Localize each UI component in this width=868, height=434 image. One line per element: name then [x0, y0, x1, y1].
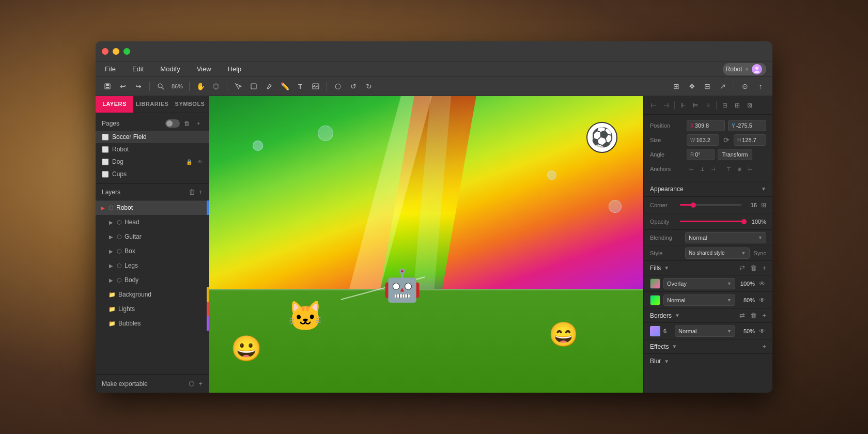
corner-smooth-icon[interactable]: ⊞: [761, 202, 766, 209]
fill-swatch-1[interactable]: [650, 278, 660, 289]
link-proportions-icon[interactable]: ⟳: [722, 136, 731, 144]
position-y-input[interactable]: Y -275.5: [728, 120, 766, 131]
rotate-ccw[interactable]: ↺: [347, 80, 360, 93]
align-tool[interactable]: ⊞: [670, 80, 683, 93]
size-h-input[interactable]: H 128.7: [734, 134, 766, 146]
fill-blend-2[interactable]: Normal ▼: [663, 295, 735, 306]
sync-button[interactable]: Sync: [754, 250, 766, 256]
corner-slider[interactable]: [680, 204, 741, 206]
anchor-mid-bottom[interactable]: ⊢: [746, 164, 755, 174]
anchor-top-right[interactable]: ⊣: [708, 164, 718, 174]
border-blend-1[interactable]: Normal ▼: [675, 326, 735, 337]
layer-guitar[interactable]: ▶ ⬡ Guitar: [96, 229, 209, 244]
fills-add-icon[interactable]: +: [762, 264, 766, 272]
distribute-h-btn[interactable]: ⊟: [719, 100, 731, 111]
align-left-edge-btn[interactable]: ⊩: [677, 100, 689, 111]
menu-edit[interactable]: Edit: [129, 64, 147, 74]
hand-tool[interactable]: ✋: [194, 80, 207, 93]
page-item-cups[interactable]: ⬜ Cups: [96, 168, 209, 180]
blur-arrow[interactable]: ▼: [664, 359, 669, 364]
maximize-button[interactable]: [123, 48, 130, 55]
menu-view[interactable]: View: [194, 64, 214, 74]
fills-delete-icon[interactable]: 🗑: [750, 264, 757, 272]
insert-button[interactable]: [209, 80, 223, 93]
shape-tool[interactable]: [247, 80, 260, 93]
fill-blend-1[interactable]: Overlay ▼: [663, 278, 735, 289]
save-button[interactable]: [101, 80, 114, 93]
angle-input[interactable]: R 0°: [687, 149, 715, 160]
layer-box[interactable]: ▶ ⬡ Box: [96, 244, 209, 258]
fill-visible-icon-2[interactable]: 👁: [758, 297, 766, 304]
close-button[interactable]: [102, 48, 109, 55]
menu-modify[interactable]: Modify: [157, 64, 183, 74]
fills-swap-icon[interactable]: ⇄: [739, 264, 745, 272]
pencil-tool[interactable]: ✏️: [278, 80, 291, 93]
export-tool[interactable]: ↗: [716, 80, 730, 93]
borders-arrow[interactable]: ▼: [675, 313, 680, 318]
undo-button[interactable]: ↩: [116, 80, 130, 93]
borders-delete-icon[interactable]: 🗑: [750, 312, 757, 319]
add-export-icon[interactable]: +: [198, 380, 203, 388]
text-tool[interactable]: T: [293, 80, 307, 93]
anchor-mid-center[interactable]: ⊕: [735, 164, 744, 174]
fills-arrow[interactable]: ▼: [664, 265, 669, 271]
zoom-button[interactable]: [154, 80, 167, 93]
components-tool[interactable]: ❖: [685, 80, 699, 93]
layer-robot[interactable]: ▶ ⬡ Robot: [96, 200, 209, 215]
layer-background[interactable]: 📁 Background: [96, 287, 209, 302]
menu-help[interactable]: Help: [225, 64, 245, 74]
blending-select[interactable]: Normal ▼: [685, 232, 766, 243]
delete-page-icon[interactable]: 🗑: [183, 119, 191, 128]
borders-swap-icon[interactable]: ⇄: [739, 312, 745, 319]
effects-add-icon[interactable]: +: [762, 343, 766, 350]
redo-button[interactable]: ↪: [132, 80, 145, 93]
distribute-v-btn[interactable]: ⊞: [732, 100, 743, 111]
rotate-cw[interactable]: ↻: [362, 80, 376, 93]
minimize-button[interactable]: [113, 48, 119, 55]
border-visible-icon-1[interactable]: 👁: [758, 328, 766, 335]
effects-arrow[interactable]: ▼: [672, 344, 677, 349]
layer-body[interactable]: ▶ ⬡ Body: [96, 273, 209, 287]
style-select[interactable]: No shared style ▼: [685, 247, 750, 259]
page-item-soccer-field[interactable]: ⬜ Soccer Field: [96, 131, 209, 143]
fill-swatch-2[interactable]: [650, 295, 660, 305]
anchor-top-center[interactable]: ⊥: [698, 164, 707, 174]
border-swatch-1[interactable]: [650, 326, 660, 336]
opacity-slider[interactable]: [680, 221, 746, 222]
page-item-dog[interactable]: ⬜ Dog 🔒 👁: [96, 156, 209, 168]
anchor-mid-top[interactable]: ⊤: [724, 164, 733, 174]
size-w-input[interactable]: W 163.2: [687, 134, 719, 146]
share-tool[interactable]: ↑: [754, 80, 767, 93]
layer-lights[interactable]: 📁 Lights: [96, 302, 209, 316]
fill-visible-icon-1[interactable]: 👁: [758, 280, 766, 287]
tab-symbols[interactable]: SYMBOLS: [171, 96, 209, 113]
align-left-btn[interactable]: ⊢: [648, 100, 659, 111]
transform-button[interactable]: Transform: [718, 149, 753, 160]
align-center-v-btn[interactable]: ⊨: [690, 100, 701, 111]
align-center-h-btn[interactable]: ⊣: [660, 100, 672, 111]
appearance-arrow[interactable]: ▼: [761, 186, 766, 192]
tab-layers[interactable]: LAYERS: [96, 96, 133, 113]
chart-btn[interactable]: ⊠: [744, 100, 755, 111]
delete-layer-icon[interactable]: 🗑: [189, 188, 195, 196]
layer-head[interactable]: ▶ ⬡ Head: [96, 215, 209, 229]
anchor-top-left[interactable]: ⊢: [687, 164, 696, 174]
page-item-robot[interactable]: ⬜ Robot: [96, 143, 209, 156]
pages-toggle[interactable]: [165, 119, 180, 128]
add-layer-icon[interactable]: +: [198, 188, 203, 196]
layer-bubbles[interactable]: 📁 Bubbles: [96, 316, 209, 331]
pen-tool[interactable]: [262, 80, 276, 93]
grid-tool[interactable]: ⊟: [701, 80, 714, 93]
canvas-area[interactable]: ⚽ 😀 🐱 😄 🤖: [209, 96, 643, 393]
borders-add-icon[interactable]: +: [762, 312, 766, 319]
menu-file[interactable]: File: [102, 64, 119, 74]
inspect-tool[interactable]: ⊙: [738, 80, 752, 93]
add-page-icon[interactable]: +: [194, 119, 203, 128]
export-slice-icon[interactable]: ⬡: [189, 380, 194, 388]
align-right-edge-btn[interactable]: ⊪: [702, 100, 714, 111]
user-menu[interactable]: Robot ×: [723, 63, 766, 75]
select-tool[interactable]: [231, 80, 245, 93]
tab-libraries[interactable]: LIBRARIES: [133, 96, 171, 113]
layer-legs[interactable]: ▶ ⬡ Legs: [96, 258, 209, 273]
boolean-union[interactable]: ⬡: [331, 80, 345, 93]
